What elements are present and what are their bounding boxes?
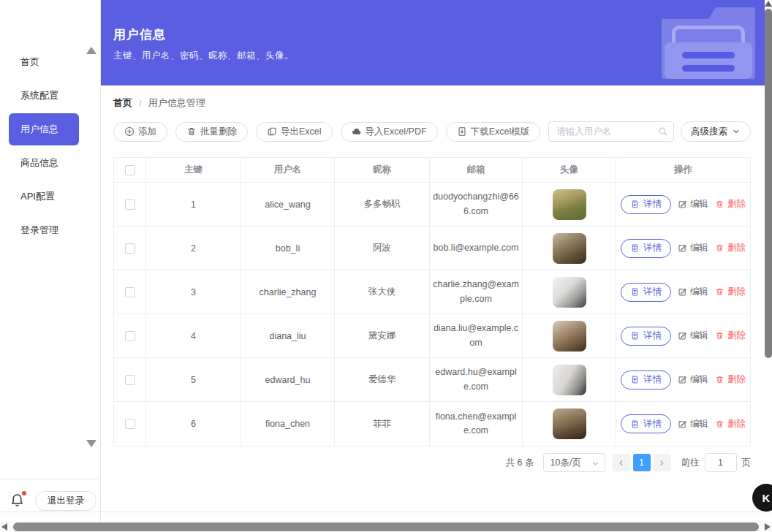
row-checkbox[interactable] xyxy=(125,200,135,210)
main-content: 首页 / 用户信息管理 添加 批量删除 导出Excel 导入Excel/PDF xyxy=(101,86,765,472)
sidebar-item-user-info[interactable]: 用户信息 xyxy=(9,113,79,145)
vertical-scrollbar[interactable] xyxy=(765,0,772,522)
page-number-button[interactable]: 1 xyxy=(633,454,651,471)
sidebar-item-api-config[interactable]: API配置 xyxy=(0,180,101,213)
edit-icon xyxy=(678,375,687,384)
delete-button[interactable]: 删除 xyxy=(715,286,746,298)
select-all-checkbox[interactable] xyxy=(125,165,135,175)
cell-email: fiona.chen@example.com xyxy=(430,402,523,446)
sidebar: 首页 系统配置 用户信息 商品信息 API配置 登录管理 退出登录 xyxy=(0,0,101,522)
cell-username: bob_li xyxy=(241,227,335,270)
trash-icon xyxy=(715,375,724,384)
prev-page-button[interactable] xyxy=(613,454,630,471)
row-checkbox[interactable] xyxy=(125,419,135,429)
username-search xyxy=(548,121,674,142)
pagination: 共 6 条 10条/页 1 前往 页 xyxy=(113,453,751,472)
edit-button[interactable]: 编辑 xyxy=(678,242,708,254)
edit-button[interactable]: 编辑 xyxy=(678,418,708,430)
edit-button[interactable]: 编辑 xyxy=(678,286,708,298)
edit-icon xyxy=(678,243,687,253)
goto-page-input[interactable] xyxy=(705,453,737,472)
horizontal-scrollbar[interactable] xyxy=(0,522,772,532)
logout-button[interactable]: 退出登录 xyxy=(35,491,96,511)
table-row: 1 alice_wang 多多畅职 duodyochangzhi@666.com… xyxy=(114,183,750,227)
edit-icon xyxy=(678,331,687,341)
detail-button[interactable]: 详情 xyxy=(621,283,671,302)
delete-button[interactable]: 删除 xyxy=(715,418,746,430)
detail-button[interactable]: 详情 xyxy=(621,370,671,390)
sidebar-item-login-management[interactable]: 登录管理 xyxy=(0,213,101,247)
advanced-search-button[interactable]: 高级搜索 xyxy=(681,121,751,142)
scroll-left-arrow-icon[interactable] xyxy=(1,523,7,531)
detail-button[interactable]: 详情 xyxy=(621,239,671,258)
detail-button[interactable]: 详情 xyxy=(621,195,671,214)
export-copy-icon xyxy=(267,126,277,137)
delete-button[interactable]: 删除 xyxy=(715,373,746,386)
sidebar-footer: 退出登录 xyxy=(0,479,101,522)
notification-bell-icon[interactable] xyxy=(10,493,26,509)
detail-doc-icon xyxy=(630,331,640,341)
chevron-down-icon xyxy=(732,127,741,136)
edit-button[interactable]: 编辑 xyxy=(678,373,708,386)
cell-email: bob.li@example.com xyxy=(430,227,523,270)
add-button[interactable]: 添加 xyxy=(113,122,167,142)
cell-username: alice_wang xyxy=(241,183,335,226)
k-floating-badge[interactable]: K xyxy=(752,484,772,512)
column-header-nickname: 昵称 xyxy=(335,158,430,182)
content-bottom-divider xyxy=(0,512,772,512)
goto-label: 前往 xyxy=(681,457,700,469)
row-checkbox[interactable] xyxy=(125,331,135,341)
cell-nickname: 爱德华 xyxy=(335,358,430,401)
table-row: 2 bob_li 阿波 bob.li@example.com 详情 编辑 删除 xyxy=(114,227,750,270)
column-header-username: 用户名 xyxy=(241,158,335,182)
batch-delete-button[interactable]: 批量删除 xyxy=(175,122,248,142)
cell-username: fiona_chen xyxy=(241,402,335,446)
table-row: 6 fiona_chen 菲菲 fiona.chen@example.com 详… xyxy=(114,402,750,446)
detail-button[interactable]: 详情 xyxy=(621,414,671,433)
column-header-avatar: 头像 xyxy=(523,158,616,182)
plus-circle-icon xyxy=(124,126,135,137)
next-page-button[interactable] xyxy=(654,454,671,471)
edit-button[interactable]: 编辑 xyxy=(678,198,708,210)
sidebar-item-home[interactable]: 首页 xyxy=(0,45,101,79)
column-header-id: 主键 xyxy=(146,158,241,182)
page-unit-label: 页 xyxy=(742,457,752,469)
delete-button[interactable]: 删除 xyxy=(715,330,746,342)
table-header-row: 主键 用户名 昵称 邮箱 头像 操作 xyxy=(114,158,750,183)
sidebar-item-system-config[interactable]: 系统配置 xyxy=(0,79,101,113)
folder-illustration-icon xyxy=(662,7,755,79)
cell-id: 3 xyxy=(146,270,241,314)
row-checkbox[interactable] xyxy=(125,375,135,385)
cell-nickname: 张大侠 xyxy=(335,270,430,314)
detail-button[interactable]: 详情 xyxy=(621,327,671,346)
sidebar-nav: 首页 系统配置 用户信息 商品信息 API配置 登录管理 xyxy=(0,45,101,247)
row-checkbox[interactable] xyxy=(125,243,135,254)
cell-nickname: 多多畅职 xyxy=(335,183,430,226)
delete-button[interactable]: 删除 xyxy=(715,242,746,254)
horizontal-scrollbar-thumb[interactable] xyxy=(13,522,759,531)
page-size-select[interactable]: 10条/页 xyxy=(543,453,605,472)
chevron-right-icon xyxy=(658,459,666,467)
import-excel-button[interactable]: 导入Excel/PDF xyxy=(341,122,438,142)
vertical-scrollbar-thumb[interactable] xyxy=(765,9,772,358)
row-checkbox[interactable] xyxy=(125,287,135,297)
trash-icon xyxy=(715,419,724,429)
edit-button[interactable]: 编辑 xyxy=(678,330,708,342)
delete-button[interactable]: 删除 xyxy=(715,198,746,210)
sidebar-item-product-info[interactable]: 商品信息 xyxy=(0,146,101,180)
detail-doc-icon xyxy=(630,419,640,429)
cell-nickname: 黛安娜 xyxy=(335,314,430,357)
breadcrumb-separator: / xyxy=(139,98,142,109)
breadcrumb-home[interactable]: 首页 xyxy=(113,96,132,110)
cell-email: charlie.zhang@example.com xyxy=(430,270,523,314)
trash-icon xyxy=(715,200,724,209)
sidebar-scroll-down-icon[interactable] xyxy=(86,440,96,447)
export-excel-button[interactable]: 导出Excel xyxy=(256,122,333,142)
download-template-button[interactable]: 下载Excel模版 xyxy=(446,122,541,142)
scroll-up-arrow-icon[interactable] xyxy=(765,1,772,7)
breadcrumb-current: 用户信息管理 xyxy=(148,96,205,110)
search-input[interactable] xyxy=(548,121,674,142)
scroll-right-arrow-icon[interactable] xyxy=(765,523,771,531)
edit-icon xyxy=(678,287,687,297)
user-table: 主键 用户名 昵称 邮箱 头像 操作 1 alice_wang 多多畅职 duo… xyxy=(113,157,751,446)
